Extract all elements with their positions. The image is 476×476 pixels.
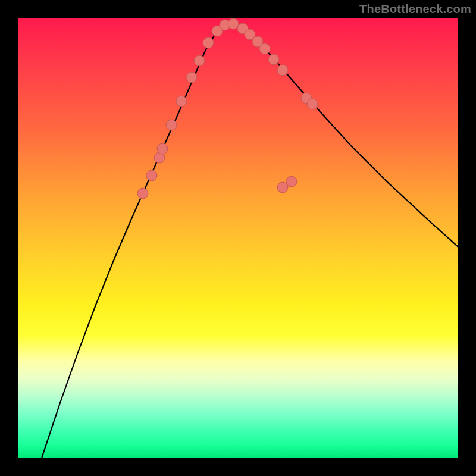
- data-point: [186, 72, 197, 83]
- data-markers: [137, 18, 318, 199]
- chart-frame: [18, 18, 458, 458]
- data-point: [146, 170, 157, 181]
- data-point: [194, 55, 205, 66]
- data-point: [259, 43, 270, 54]
- data-point: [228, 18, 239, 29]
- data-point: [203, 37, 214, 48]
- data-point: [307, 99, 318, 109]
- data-point: [268, 54, 279, 65]
- data-point: [277, 65, 288, 76]
- bottleneck-chart: [18, 18, 458, 458]
- data-point: [137, 188, 148, 199]
- data-point: [176, 96, 187, 107]
- data-point: [286, 176, 297, 187]
- watermark-text: TheBottleneck.com: [359, 2, 471, 16]
- data-point: [157, 143, 168, 154]
- data-point: [166, 120, 177, 130]
- bottleneck-curve: [42, 24, 458, 458]
